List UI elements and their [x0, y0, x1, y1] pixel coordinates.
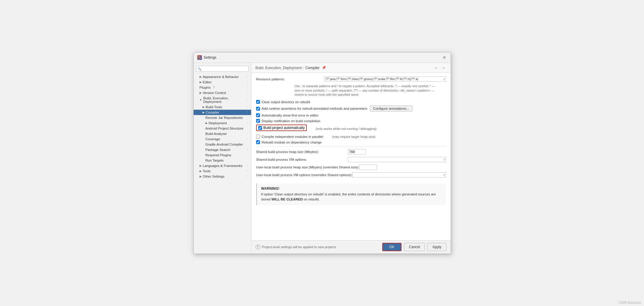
arrow-icon: ▶ — [200, 175, 202, 178]
pin-icon: ⋮ — [246, 122, 249, 125]
shared-vm-row: Shared build process VM options: ⤢ — [256, 157, 446, 162]
expand-icon[interactable]: ⤢ — [443, 78, 445, 81]
sidebar-item-label: Compiler — [206, 111, 219, 114]
pin-icon: ⋮ — [246, 111, 249, 114]
pin-icon: ⋮ — [246, 81, 249, 84]
sidebar-item-label: Package Search — [205, 148, 230, 152]
checkbox-display-notification: Display notification on build completion — [256, 119, 446, 123]
sidebar-item-appearance[interactable]: ▶ Appearance & Behavior ⋮ — [194, 74, 251, 79]
close-button[interactable]: ✕ — [442, 55, 447, 60]
settings-dialog: 🔧 Settings ✕ 🔍 ▶ Appearance & Behavior ⋮… — [193, 52, 451, 254]
sidebar-item-compiler[interactable]: ▶ Compiler ⋮ — [194, 110, 251, 115]
resource-patterns-wrapper: ⤢ — [324, 76, 446, 82]
sidebar-item-label: Android Project Structure — [205, 127, 243, 130]
content-area: Build, Execution, Deployment › Compiler … — [251, 63, 451, 254]
rebuild-module-label[interactable]: Rebuild module on dependency change — [262, 141, 322, 144]
help-icon: ? — [213, 86, 215, 89]
show-first-error-checkbox[interactable] — [256, 113, 260, 117]
resource-patterns-input[interactable] — [324, 76, 446, 82]
compile-parallel-label[interactable]: Compile independent modules in parallel — [262, 135, 323, 138]
user-heap-label: User-local build process heap size (Mbyt… — [256, 165, 359, 169]
breadcrumb-separator: › — [303, 66, 304, 70]
sidebar-item-coverage[interactable]: Coverage ⋮ — [194, 136, 251, 142]
ok-button[interactable]: OK — [382, 243, 402, 251]
build-auto-row: Build project automatically (only works … — [256, 125, 446, 133]
checkbox-add-runtime: Add runtime assertions for notnull-annot… — [256, 107, 367, 111]
sidebar-item-editor[interactable]: ▶ Editor ⋮ — [194, 79, 251, 85]
watermark: CSDN @zzzzzzz — [619, 301, 641, 304]
breadcrumb-current: Compiler — [305, 66, 319, 70]
dialog-body: 🔍 ▶ Appearance & Behavior ⋮ ▶ Editor ⋮ P… — [194, 63, 451, 254]
nav-arrows: ← → — [433, 66, 447, 70]
compile-parallel-row: Compile independent modules in parallel … — [256, 135, 446, 138]
build-auto-checkbox[interactable] — [258, 126, 262, 130]
sidebar-item-plugins[interactable]: Plugins ? ⋮ — [194, 85, 251, 90]
compile-parallel-hint: (may require larger heap size) — [332, 135, 375, 138]
footer-hint-text: Project-level settings will be applied t… — [262, 245, 336, 249]
sidebar-item-label: Tools — [203, 169, 211, 173]
sidebar-item-deployment[interactable]: ▶ Deployment ⋮ — [194, 120, 251, 126]
sidebar-item-gradle-android[interactable]: Gradle-Android Compiler — [194, 142, 251, 147]
warning-box: WARNING! If option 'Clear output directo… — [256, 184, 446, 205]
apply-button[interactable]: Apply — [427, 243, 446, 251]
sidebar-item-label: Run Targets — [205, 159, 224, 162]
sidebar-item-build-exec[interactable]: ▼ Build, Execution, Deployment ⋮ — [194, 95, 251, 104]
clear-output-checkbox[interactable] — [256, 100, 260, 104]
content-body: Resource patterns: ⤢ Use ; to separate p… — [251, 73, 451, 240]
sidebar-item-remote-jar[interactable]: Remote Jar Repositories — [194, 115, 251, 120]
arrow-icon: ▶ — [200, 164, 202, 167]
sidebar-item-tools[interactable]: ▶ Tools ⋮ — [194, 168, 251, 174]
checkbox-clear-output: Clear output directory on rebuild — [256, 100, 446, 104]
shared-vm-expand-icon[interactable]: ⤢ — [443, 158, 445, 161]
add-runtime-label[interactable]: Add runtime assertions for notnull-annot… — [262, 107, 367, 110]
sidebar-item-build-analyzer[interactable]: Build Analyzer — [194, 131, 251, 136]
search-box: 🔍 — [196, 66, 249, 72]
sidebar-item-languages[interactable]: ▶ Languages & Frameworks ⋮ — [194, 163, 251, 168]
sidebar-item-label: Languages & Frameworks — [203, 164, 242, 168]
sidebar-item-label: Build Tools — [206, 105, 222, 109]
sidebar-item-version-control[interactable]: ▶ Version Control ⋮ — [194, 90, 251, 95]
cancel-button[interactable]: Cancel — [404, 243, 425, 251]
arrow-icon: ▶ — [200, 75, 202, 78]
sidebar-item-android-project[interactable]: Android Project Structure — [194, 126, 251, 131]
sidebar-item-package-search[interactable]: Package Search ⋮ — [194, 147, 251, 152]
sidebar-item-label: Appearance & Behavior — [203, 75, 239, 79]
resource-patterns-row: Resource patterns: ⤢ — [256, 76, 446, 82]
nav-back-button[interactable]: ← — [433, 66, 439, 70]
sidebar-item-label: Editor — [203, 80, 212, 84]
build-auto-label[interactable]: Build project automatically — [264, 126, 305, 130]
nav-forward-button[interactable]: → — [441, 66, 447, 70]
help-icon[interactable]: ? — [256, 245, 260, 249]
sidebar-item-other-settings[interactable]: ▶ Other Settings ⋮ — [194, 174, 251, 179]
checkbox-compile-parallel: Compile independent modules in parallel — [256, 135, 323, 138]
sidebar-item-required-plugins[interactable]: Required Plugins — [194, 152, 251, 158]
dialog-title: Settings — [204, 55, 216, 60]
footer: ? Project-level settings will be applied… — [251, 240, 451, 254]
user-vm-input[interactable] — [352, 172, 446, 178]
add-runtime-checkbox[interactable] — [256, 107, 260, 111]
app-icon: 🔧 — [197, 55, 202, 60]
clear-output-label[interactable]: Clear output directory on rebuild — [262, 100, 310, 104]
user-heap-input[interactable] — [359, 165, 377, 170]
rebuild-module-checkbox[interactable] — [256, 140, 260, 144]
show-first-error-label[interactable]: Automatically show first error in editor — [262, 114, 319, 117]
display-notification-label[interactable]: Display notification on build completion — [262, 119, 320, 123]
pin-icon: ⋮ — [246, 98, 249, 101]
sidebar-item-run-targets[interactable]: Run Targets — [194, 158, 251, 163]
user-vm-expand-icon[interactable]: ⤢ — [443, 173, 445, 176]
pin-icon: ⋮ — [246, 164, 249, 167]
sidebar-item-label: Coverage — [205, 137, 220, 141]
shared-heap-label: Shared build process heap size (Mbytes): — [256, 150, 348, 154]
compile-parallel-checkbox[interactable] — [256, 135, 260, 138]
configure-annotations-button[interactable]: Configure annotations... — [370, 106, 412, 111]
shared-heap-input[interactable] — [348, 149, 366, 154]
shared-vm-input[interactable] — [348, 157, 446, 162]
sidebar-item-build-tools[interactable]: ▶ Build Tools ⋮ — [194, 104, 251, 110]
search-input[interactable] — [196, 66, 249, 72]
build-auto-hint: (only works while not running / debuggin… — [316, 127, 377, 130]
sidebar-item-label: Deployment — [209, 121, 227, 125]
pin-icon: ⋮ — [246, 170, 249, 173]
pin-icon: ⋮ — [246, 86, 249, 89]
pin-button[interactable]: 📌 — [321, 65, 327, 70]
display-notification-checkbox[interactable] — [256, 119, 260, 123]
